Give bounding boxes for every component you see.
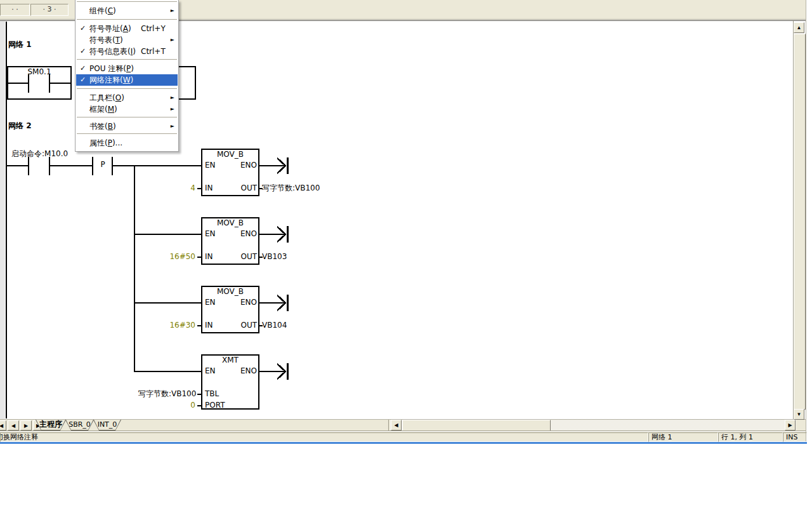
menu-item-mnemonic: C bbox=[108, 6, 113, 15]
status-message: 切换网络注释 bbox=[0, 432, 648, 442]
tabrow-divider bbox=[388, 420, 389, 431]
check-icon: ✓ bbox=[80, 46, 86, 57]
mov-b-block-1[interactable] bbox=[201, 149, 259, 196]
tab-scroll-prev-button[interactable]: ◀ bbox=[8, 420, 19, 431]
check-icon: ✓ bbox=[80, 74, 86, 86]
menu-item-label: 符号寻址( bbox=[89, 24, 123, 33]
contact-start-command[interactable] bbox=[19, 152, 57, 178]
block4-port-value: 0 bbox=[151, 401, 195, 410]
menu-item-bookmarks[interactable]: 书签(B) ► bbox=[76, 121, 178, 132]
status-network-indicator: 网络 1 bbox=[648, 432, 718, 442]
menu-item-mnemonic: M bbox=[108, 105, 114, 114]
menu-item-label: 网络注释( bbox=[89, 76, 123, 84]
menu-shortcut: Ctrl+T bbox=[141, 46, 166, 57]
menu-item-label: 框架( bbox=[89, 105, 108, 114]
editor-right-border bbox=[793, 21, 794, 419]
check-icon: ✓ bbox=[80, 23, 86, 34]
menu-separator bbox=[77, 133, 177, 134]
menu-item-mnemonic: O bbox=[115, 93, 121, 102]
menu-item-frame[interactable]: 框架(M) ► bbox=[76, 104, 178, 115]
tab-int0[interactable]: INT_0 bbox=[93, 420, 121, 431]
h-scroll-right-button[interactable]: ▶ bbox=[785, 420, 796, 431]
menu-separator bbox=[77, 117, 177, 117]
tab-scroll-first-button[interactable]: |◀ bbox=[0, 420, 6, 431]
menu-item-pou-comments[interactable]: ✓ POU 注释(P) bbox=[76, 63, 178, 74]
tab-label: 主程序 bbox=[36, 420, 65, 430]
tab-label: SBR_0 bbox=[66, 420, 93, 430]
menu-item-label: ) bbox=[131, 76, 134, 84]
xmt-block[interactable] bbox=[201, 354, 259, 410]
menu-item-label: ) bbox=[133, 47, 136, 56]
network1-title: 网络 1 bbox=[8, 40, 32, 49]
v-scrollbar: ▲ ▼ bbox=[794, 22, 804, 420]
bottom-tab-row: |◀ ◀ ▶ ▶| 主程序 SBR_0 INT_0 ◀ ▶ bbox=[0, 419, 806, 431]
editor-left-margin bbox=[0, 21, 5, 419]
menu-separator bbox=[77, 59, 177, 60]
block3-out-operand: VB104 bbox=[262, 321, 287, 330]
contact-positive-edge[interactable] bbox=[89, 156, 117, 176]
menu-item-mnemonic: P bbox=[108, 138, 112, 147]
block2-out-operand: VB103 bbox=[262, 252, 287, 261]
mov-b-block-3[interactable] bbox=[201, 286, 259, 333]
status-bar: 切换网络注释 网络 1 行 1, 列 1 INS bbox=[0, 432, 806, 442]
menu-shortcut: Ctrl+Y bbox=[141, 23, 166, 34]
block4-tbl-operand: 写字节数:VB100 bbox=[138, 389, 195, 398]
check-icon: ✓ bbox=[80, 63, 86, 74]
v-scroll-up-button[interactable]: ▲ bbox=[794, 22, 804, 33]
status-ins-mode: INS bbox=[783, 432, 807, 442]
menu-item-label: ) bbox=[121, 93, 124, 102]
v-scroll-down-button[interactable]: ▼ bbox=[794, 409, 804, 420]
menu-item-mnemonic: A bbox=[123, 24, 128, 33]
block1-in-value: 4 bbox=[151, 184, 195, 192]
tab-scroll-next-button[interactable]: ▶ bbox=[20, 420, 32, 431]
menu-item-label: ) bbox=[131, 64, 134, 73]
menu-item-properties[interactable]: 属性(P)... bbox=[76, 137, 178, 149]
menu-item-label: 属性( bbox=[89, 138, 108, 147]
tab-label: INT_0 bbox=[94, 420, 121, 430]
menu-item-label: 符号信息表( bbox=[89, 47, 131, 56]
menu-item-label: ) bbox=[128, 24, 131, 33]
menu-item-label: ) bbox=[113, 6, 116, 15]
submenu-arrow-icon: ► bbox=[171, 34, 174, 46]
menu-item-components[interactable]: 组件(C) ► bbox=[76, 5, 178, 17]
block2-in-value: 16#50 bbox=[151, 252, 195, 261]
tab-sbr0[interactable]: SBR_0 bbox=[65, 420, 94, 431]
status-row-col-indicator: 行 1, 列 1 bbox=[718, 432, 783, 442]
block1-out-operand: 写字节数:VB100 bbox=[262, 184, 320, 192]
toolbar-left-control[interactable]: · · bbox=[0, 4, 30, 16]
menu-item-mnemonic: W bbox=[123, 76, 131, 84]
h-scroll-left-button[interactable]: ◀ bbox=[391, 420, 402, 431]
menu-item-label: 组件( bbox=[89, 6, 108, 15]
menu-item-label: POU 注释( bbox=[89, 64, 126, 73]
mov-b-block-2[interactable] bbox=[201, 217, 259, 265]
view-options-menu: 组件(C) ► ✓ 符号寻址(A) Ctrl+Y 符号表(T) ► ✓ 符号信息… bbox=[75, 0, 179, 152]
submenu-arrow-icon: ► bbox=[171, 121, 174, 132]
menu-item-label: )... bbox=[112, 138, 122, 147]
menu-separator bbox=[77, 88, 177, 89]
menu-item-mnemonic: B bbox=[108, 122, 113, 131]
menu-separator bbox=[77, 1, 177, 2]
menu-item-network-comments[interactable]: ✓ 网络注释(W) bbox=[76, 74, 178, 86]
menu-item-label: 书签( bbox=[89, 122, 108, 131]
zoom-level-control[interactable]: · 3 · bbox=[30, 4, 69, 16]
menu-item-toolbars[interactable]: 工具栏(O) ► bbox=[76, 92, 178, 104]
menu-item-symbolic-addressing[interactable]: ✓ 符号寻址(A) Ctrl+Y bbox=[76, 23, 178, 34]
submenu-arrow-icon: ► bbox=[171, 104, 174, 115]
menu-item-mnemonic: T bbox=[115, 36, 120, 44]
block3-in-value: 16#30 bbox=[151, 321, 195, 330]
menu-separator bbox=[77, 19, 177, 20]
menu-item-label: ) bbox=[113, 122, 116, 131]
submenu-arrow-icon: ► bbox=[171, 92, 174, 104]
submenu-arrow-icon: ► bbox=[171, 5, 174, 17]
window-right-border bbox=[806, 0, 806, 442]
window-bottom-edge bbox=[0, 442, 807, 444]
menu-item-label: ) bbox=[120, 36, 123, 44]
menu-item-symbol-table[interactable]: 符号表(T) ► bbox=[76, 34, 178, 46]
menu-item-label: ) bbox=[114, 105, 117, 114]
menu-item-label: 工具栏( bbox=[89, 93, 115, 102]
menu-item-label: 符号表( bbox=[89, 36, 115, 44]
network2-title: 网络 2 bbox=[8, 121, 32, 130]
contact-sm01[interactable] bbox=[7, 66, 72, 100]
v-scrollbar-thumb[interactable] bbox=[794, 34, 806, 410]
menu-item-symbol-info-table[interactable]: ✓ 符号信息表(I) Ctrl+T bbox=[76, 46, 178, 57]
